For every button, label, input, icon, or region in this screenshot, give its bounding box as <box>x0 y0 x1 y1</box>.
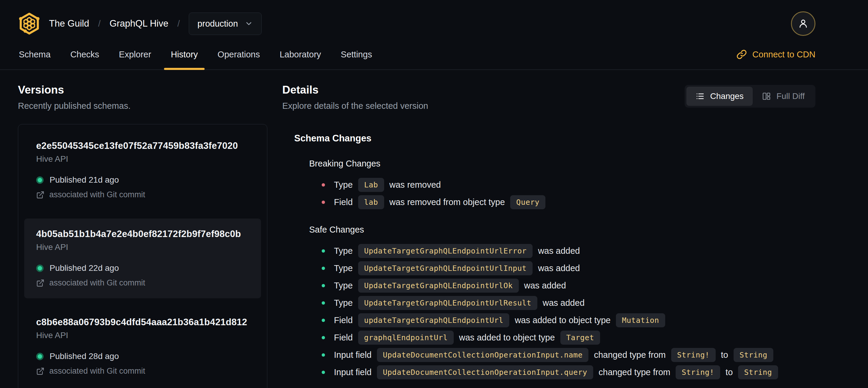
bullet-dot <box>322 353 325 357</box>
git-commit-link[interactable]: associated with Git commit <box>36 190 249 199</box>
view-toggle: ChangesFull Diff <box>685 85 815 108</box>
version-item[interactable]: 4b05ab51b1b4a7e2e4b0ef82172f2b9f7ef98c0b… <box>24 218 261 298</box>
tab-label: Checks <box>70 50 99 59</box>
breadcrumb-org[interactable]: The Guild <box>49 18 89 29</box>
git-commit-link[interactable]: associated with Git commit <box>36 366 249 376</box>
code-chip: UpdateTargetGraphQLEndpointUrlOk <box>358 278 519 293</box>
change-text: Field <box>334 316 353 325</box>
schema-changes-title: Schema Changes <box>294 133 815 144</box>
columns-icon <box>762 91 771 101</box>
tab-settings[interactable]: Settings <box>333 39 380 69</box>
tab-label: Settings <box>341 50 372 59</box>
versions-list: e2e55045345ce13fe07f52a77459b83fa3fe7020… <box>18 124 267 388</box>
code-chip: String <box>734 348 773 362</box>
connect-to-cdn-button[interactable]: Connect to CDN <box>736 39 815 69</box>
published-text: Published 21d ago <box>50 175 119 185</box>
tab-explorer[interactable]: Explorer <box>111 39 159 69</box>
tab-label: History <box>171 50 198 59</box>
tab-schema[interactable]: Schema <box>11 39 59 69</box>
code-chip: String! <box>676 365 720 379</box>
external-link-icon <box>36 191 44 199</box>
git-commit-text: associated with Git commit <box>49 366 145 376</box>
user-menu-button[interactable] <box>791 11 815 36</box>
change-row: TypeLabwas removed <box>322 177 815 192</box>
code-chip: String! <box>671 348 716 362</box>
bullet-dot <box>322 201 325 204</box>
chevron-down-icon <box>245 20 253 28</box>
tab-operations[interactable]: Operations <box>209 39 268 69</box>
published-dot <box>36 265 43 272</box>
tab-history[interactable]: History <box>163 39 206 69</box>
changes-view-button[interactable]: Changes <box>686 87 753 106</box>
bullet-dot <box>322 267 325 270</box>
code-chip: UpdateDocumentCollectionOperationInput.q… <box>377 365 593 379</box>
change-text: was added <box>524 281 566 291</box>
change-text: was added <box>538 263 580 273</box>
change-row: Input fieldUpdateDocumentCollectionOpera… <box>322 364 815 380</box>
version-item[interactable]: c8b6e88a06793b9c4dfd54aaa21b36a1b421d812… <box>24 307 261 387</box>
breadcrumb-project[interactable]: GraphQL Hive <box>110 18 168 29</box>
details-panel: Details Explore details of the selected … <box>282 84 815 388</box>
change-text: Type <box>334 263 353 273</box>
change-text: was removed from object type <box>390 197 505 207</box>
toggle-button-label: Changes <box>710 91 744 101</box>
change-row: Fieldlabwas removed from object typeQuer… <box>322 194 815 210</box>
details-title: Details <box>282 84 428 96</box>
change-row: TypeUpdateTargetGraphQLEndpointUrlOkwas … <box>322 278 815 293</box>
change-row: TypeUpdateTargetGraphQLEndpointUrlErrorw… <box>322 243 815 259</box>
version-service: Hive API <box>36 154 249 164</box>
code-chip: UpdateDocumentCollectionOperationInput.n… <box>377 348 589 362</box>
published-dot <box>36 353 43 360</box>
change-row: TypeUpdateTargetGraphQLEndpointUrlInputw… <box>322 260 815 276</box>
change-section-safe-changes: Safe ChangesTypeUpdateTargetGraphQLEndpo… <box>294 225 815 380</box>
versions-subtitle: Recently published schemas. <box>18 101 267 111</box>
published-row: Published 28d ago <box>36 352 249 361</box>
version-hash: c8b6e88a06793b9c4dfd54aaa21b36a1b421d812 <box>36 317 249 328</box>
git-commit-text: associated with Git commit <box>49 278 145 288</box>
change-text: to <box>721 350 728 360</box>
change-text: Type <box>334 281 353 291</box>
change-row: FieldgraphqlEndpointUrlwas added to obje… <box>322 330 815 345</box>
change-text: was removed <box>390 180 441 190</box>
version-item[interactable]: e2e55045345ce13fe07f52a77459b83fa3fe7020… <box>24 130 261 210</box>
tab-laboratory[interactable]: Laboratory <box>272 39 329 69</box>
change-section-title: Safe Changes <box>309 225 815 235</box>
full-diff-view-button[interactable]: Full Diff <box>753 87 814 106</box>
change-text: Type <box>334 180 353 190</box>
target-selector[interactable]: production <box>189 12 261 35</box>
hive-logo[interactable] <box>18 11 41 36</box>
change-text: changed type from <box>598 367 670 377</box>
link-icon <box>736 49 747 60</box>
code-chip: Lab <box>358 178 384 192</box>
change-text: was added <box>543 298 585 308</box>
code-chip: updateTargetGraphQLEndpointUrl <box>358 313 509 327</box>
code-chip: lab <box>358 195 384 209</box>
page: The Guild / GraphQL Hive / production Sc… <box>0 0 868 388</box>
code-chip: UpdateTargetGraphQLEndpointUrlError <box>358 244 533 258</box>
tab-checks[interactable]: Checks <box>62 39 107 69</box>
bullet-dot <box>322 183 325 186</box>
breadcrumb-separator: / <box>98 19 100 29</box>
schema-changes: Schema Changes Breaking ChangesTypeLabwa… <box>282 133 815 380</box>
tabs: SchemaChecksExplorerHistoryOperationsLab… <box>11 39 384 69</box>
published-row: Published 22d ago <box>36 263 249 273</box>
change-text: Field <box>334 333 353 342</box>
bullet-dot <box>322 301 325 305</box>
main-content: Versions Recently published schemas. e2e… <box>0 70 868 388</box>
git-commit-link[interactable]: associated with Git commit <box>36 278 249 288</box>
version-service: Hive API <box>36 331 249 340</box>
bullet-dot <box>322 319 325 322</box>
change-section-title: Breaking Changes <box>309 159 815 169</box>
change-text: was added to object type <box>515 316 611 325</box>
change-text: changed type from <box>594 350 665 360</box>
code-chip: graphqlEndpointUrl <box>358 331 454 345</box>
code-chip: Mutation <box>616 313 665 327</box>
top-header: The Guild / GraphQL Hive / production <box>0 0 868 37</box>
change-text: Type <box>334 246 353 256</box>
tab-label: Operations <box>217 50 260 59</box>
published-dot <box>36 176 43 184</box>
breadcrumb: The Guild / GraphQL Hive / production <box>49 12 262 35</box>
change-section-breaking-changes: Breaking ChangesTypeLabwas removedFieldl… <box>294 159 815 210</box>
bullet-dot <box>322 336 325 339</box>
change-text: was added to object type <box>459 333 555 342</box>
